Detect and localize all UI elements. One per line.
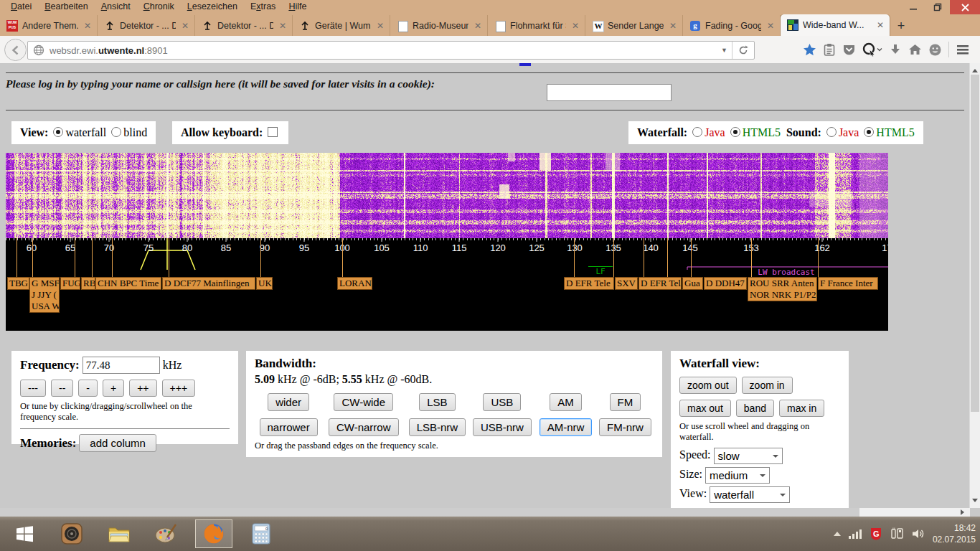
clipboard-icon[interactable]	[823, 43, 836, 57]
lsb-button[interactable]: LSB	[419, 393, 455, 411]
tab-1[interactable]: WUMPUSAndere Them...✕	[0, 15, 98, 36]
zoom-in-button[interactable]: zoom in	[742, 377, 793, 394]
band-button[interactable]: band	[736, 400, 774, 417]
--button[interactable]: -	[78, 380, 98, 397]
tab-7[interactable]: WSender Lange...✕	[585, 15, 683, 36]
tab-close-icon[interactable]: ✕	[765, 21, 776, 31]
network-signal-icon[interactable]	[848, 528, 862, 540]
tab-close-icon[interactable]: ✕	[278, 21, 288, 31]
waterfall-spectrogram[interactable]	[6, 153, 888, 238]
tab-8[interactable]: gFading - Goog...✕	[683, 15, 781, 36]
add-column-button[interactable]: add column	[79, 434, 156, 452]
view-blind-radio[interactable]	[111, 127, 121, 137]
am-nrw-button[interactable]: AM-nrw	[540, 418, 593, 436]
tab-close-icon[interactable]: ✕	[473, 21, 483, 31]
gdata-shield-icon[interactable]: G	[870, 527, 882, 541]
scroll-up-arrow[interactable]	[972, 66, 978, 72]
menu-item-hilfe[interactable]: Hilfe	[282, 0, 313, 14]
max-out-button[interactable]: max out	[679, 400, 731, 417]
station-label[interactable]: G MSFJ JJY (USA W	[29, 277, 60, 313]
tab-close-icon[interactable]: ✕	[83, 21, 93, 31]
bookmark-star-icon[interactable]	[803, 43, 816, 57]
login-input[interactable]	[547, 84, 672, 101]
close-button[interactable]	[950, 0, 980, 14]
station-label[interactable]: D EFR Tele	[564, 277, 614, 290]
view-blind-label[interactable]: blind	[123, 126, 147, 138]
station-label[interactable]: D DCF77 Mainflingen	[162, 277, 255, 290]
audio-app-button[interactable]	[53, 519, 90, 548]
view-waterfall-label[interactable]: waterfall	[65, 126, 106, 138]
fm-nrw-button[interactable]: FM-nrw	[599, 418, 651, 436]
tab-2[interactable]: Detektor - ... D...✕	[98, 15, 195, 36]
start-button[interactable]	[6, 519, 43, 548]
menu-item-datei[interactable]: Datei	[4, 0, 38, 14]
cw-wide-button[interactable]: CW-wide	[334, 393, 393, 411]
speed-select[interactable]: slow	[714, 448, 783, 464]
usb-device-icon[interactable]	[890, 527, 904, 541]
station-label[interactable]: D EFR Tel	[639, 277, 682, 290]
horizontal-scroll-thumb[interactable]	[0, 508, 859, 517]
usb-nrw-button[interactable]: USB-nrw	[473, 418, 532, 436]
menu-item-extras[interactable]: Extras	[244, 0, 282, 14]
sound-html5-label[interactable]: HTML5	[876, 126, 914, 138]
calculator-button[interactable]: 0	[242, 519, 280, 548]
station-label[interactable]: ROU SRR AntenNOR NRK P1/P2	[748, 277, 817, 301]
pocket-icon[interactable]	[842, 43, 856, 57]
size-select[interactable]: medium	[705, 467, 770, 484]
usb-button[interactable]: USB	[483, 393, 521, 411]
frequency-scale[interactable]: 6065707580859095100105110115120125130135…	[6, 238, 888, 331]
minimize-button[interactable]	[901, 0, 925, 14]
fm-button[interactable]: FM	[610, 393, 641, 411]
home-icon[interactable]	[908, 43, 922, 56]
allow-keyboard-checkbox[interactable]	[268, 127, 278, 137]
url-dropdown-caret[interactable]: ▼	[717, 47, 732, 54]
file-explorer-button[interactable]	[100, 519, 138, 548]
station-label[interactable]: LORAN	[337, 277, 372, 290]
tab-close-icon[interactable]: ✕	[180, 21, 190, 31]
station-label[interactable]: FUG	[60, 277, 80, 290]
ghostery-q-button[interactable]	[862, 42, 882, 57]
url-text[interactable]: websdr.ewi.utwente.nl:8901	[50, 45, 717, 56]
volume-icon[interactable]	[911, 527, 925, 540]
hamburger-menu-icon[interactable]	[956, 43, 970, 56]
new-tab-button[interactable]: +	[890, 16, 913, 36]
firefox-button[interactable]	[195, 519, 232, 548]
tab-6[interactable]: Flohmarkt für Sam...✕	[488, 15, 585, 36]
restore-button[interactable]	[925, 0, 950, 14]
station-label[interactable]: UK	[256, 277, 273, 290]
sound-java-radio[interactable]	[826, 127, 837, 137]
show-hidden-icons[interactable]	[834, 528, 841, 536]
--button[interactable]: ++	[129, 380, 156, 397]
sound-html5-radio[interactable]	[864, 127, 874, 137]
narrower-button[interactable]: narrower	[260, 418, 318, 436]
scroll-right-arrow[interactable]	[961, 509, 967, 515]
wider-button[interactable]: wider	[268, 393, 309, 411]
tab-4[interactable]: Geräte | Wum...✕	[293, 15, 390, 36]
station-label[interactable]: Gua	[682, 277, 703, 290]
menu-item-chronik[interactable]: Chronik	[137, 0, 181, 14]
station-label[interactable]: SXV	[615, 277, 638, 290]
passband-marker[interactable]	[141, 250, 195, 270]
downloads-icon[interactable]	[889, 43, 902, 56]
--button[interactable]: +++	[162, 380, 196, 397]
max-in-button[interactable]: max in	[779, 400, 824, 417]
station-label[interactable]: TBG	[7, 277, 29, 290]
menu-item-ansicht[interactable]: Ansicht	[95, 0, 137, 14]
back-button[interactable]	[4, 39, 27, 61]
reload-button[interactable]	[732, 42, 754, 59]
frequency-input[interactable]	[83, 357, 160, 374]
horizontal-scrollbar[interactable]	[0, 508, 970, 517]
scroll-down-arrow[interactable]	[972, 499, 978, 505]
tab-9[interactable]: Wide-band W...✕	[781, 14, 890, 36]
lsb-nrw-button[interactable]: LSB-nrw	[409, 418, 466, 436]
cw-narrow-button[interactable]: CW-narrow	[329, 418, 399, 436]
view-select[interactable]: waterfall	[710, 486, 790, 503]
menu-item-lesezeichen[interactable]: Lesezeichen	[181, 0, 244, 14]
sound-java-label[interactable]: Java	[839, 126, 859, 138]
station-label[interactable]: CHN BPC Time	[95, 277, 161, 290]
tab-close-icon[interactable]: ✕	[375, 21, 385, 31]
vertical-scroll-thumb[interactable]	[971, 75, 979, 412]
waterfall-html5-label[interactable]: HTML5	[743, 126, 781, 138]
am-button[interactable]: AM	[550, 393, 582, 411]
station-label[interactable]: D DDH47	[704, 277, 747, 290]
